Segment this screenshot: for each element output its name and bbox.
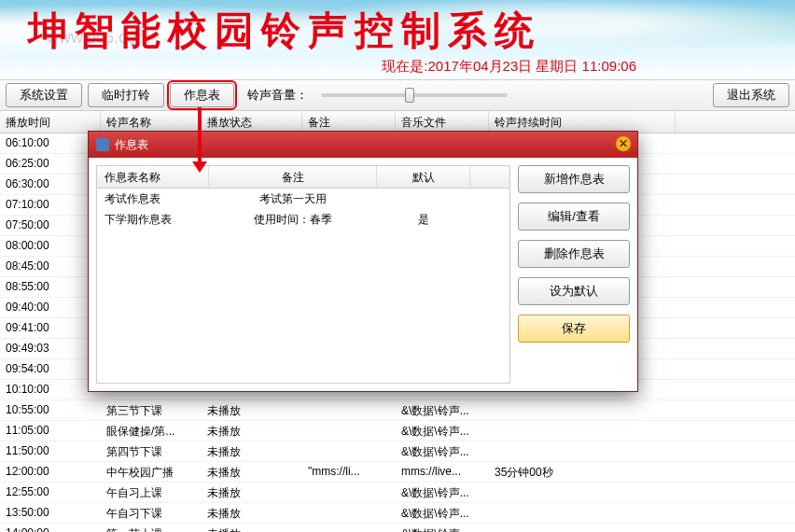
- table-row[interactable]: 13:50:00午自习下课未播放&\数据\铃声...: [0, 503, 795, 524]
- dialog-titlebar[interactable]: 作息表 ✕: [89, 132, 637, 158]
- list-item[interactable]: 考试作息表考试第一天用: [97, 189, 509, 209]
- annotation-arrow: [198, 107, 202, 163]
- main-toolbar: 系统设置 临时打铃 作息表 铃声音量： 退出系统: [0, 79, 795, 111]
- schedule-dialog: 作息表 ✕ 作息表名称 备注 默认 考试作息表考试第一天用下学期作息表使用时间：…: [88, 131, 638, 392]
- table-row[interactable]: 11:05:00眼保健操/第...未播放&\数据\铃声...: [0, 421, 795, 441]
- set-default-button[interactable]: 设为默认: [518, 277, 630, 305]
- settings-button[interactable]: 系统设置: [6, 83, 82, 107]
- close-icon[interactable]: ✕: [615, 135, 632, 152]
- dialog-list: 作息表名称 备注 默认 考试作息表考试第一天用下学期作息表使用时间：春季是: [96, 165, 510, 384]
- table-row[interactable]: 11:50:00第四节下课未播放&\数据\铃声...: [0, 441, 795, 462]
- volume-slider[interactable]: [321, 93, 508, 97]
- dl-col-default[interactable]: 默认: [377, 166, 470, 188]
- col-name[interactable]: 铃声名称: [101, 111, 202, 133]
- delete-schedule-button[interactable]: 删除作息表: [518, 240, 630, 268]
- table-row[interactable]: 12:55:00午自习上课未播放&\数据\铃声...: [0, 483, 795, 503]
- col-file[interactable]: 音乐文件: [396, 111, 489, 133]
- col-time[interactable]: 播放时间: [0, 111, 101, 133]
- save-button[interactable]: 保存: [518, 315, 630, 343]
- col-note[interactable]: 备注: [302, 111, 396, 133]
- schedule-button[interactable]: 作息表: [170, 83, 234, 107]
- volume-thumb[interactable]: [405, 88, 414, 103]
- list-item[interactable]: 下学期作息表使用时间：春季是: [97, 209, 509, 230]
- add-schedule-button[interactable]: 新增作息表: [518, 165, 630, 193]
- table-row[interactable]: 14:00:00第一节上课未播放&\数据\铃声...: [0, 524, 795, 532]
- exit-button[interactable]: 退出系统: [713, 83, 789, 107]
- col-duration[interactable]: 铃声持续时间: [489, 111, 676, 133]
- table-row[interactable]: 12:00:00中午校园广播未播放"mms://li...mms://live.…: [0, 462, 795, 483]
- dialog-icon: [96, 138, 109, 151]
- volume-label: 铃声音量：: [247, 87, 308, 104]
- dl-col-note[interactable]: 备注: [209, 166, 377, 188]
- table-row[interactable]: 10:55:00第三节下课未播放&\数据\铃声...: [0, 400, 795, 421]
- edit-schedule-button[interactable]: 编辑/查看: [518, 203, 630, 231]
- app-title: 坤智能校园铃声控制系统: [28, 5, 541, 57]
- temp-ring-button[interactable]: 临时打铃: [88, 83, 164, 107]
- app-header: 坤智能校园铃声控制系统 www.pc6.com 现在是:2017年04月23日 …: [0, 0, 795, 79]
- current-time: 现在是:2017年04月23日 星期日 11:09:06: [382, 58, 636, 76]
- dialog-title-text: 作息表: [115, 137, 148, 153]
- col-status[interactable]: 播放状态: [202, 111, 302, 133]
